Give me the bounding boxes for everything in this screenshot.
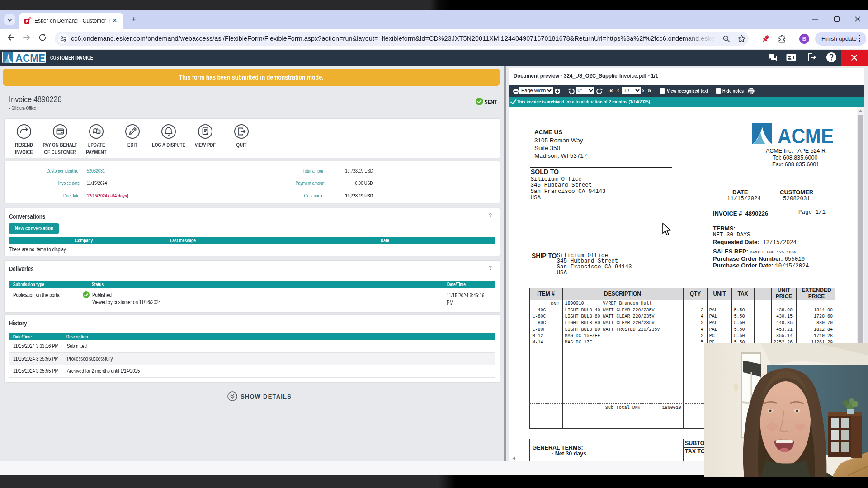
svg-text:E: E	[25, 19, 28, 24]
svg-text:ACME: ACME	[15, 52, 45, 63]
svg-text:ACME: ACME	[778, 124, 834, 146]
